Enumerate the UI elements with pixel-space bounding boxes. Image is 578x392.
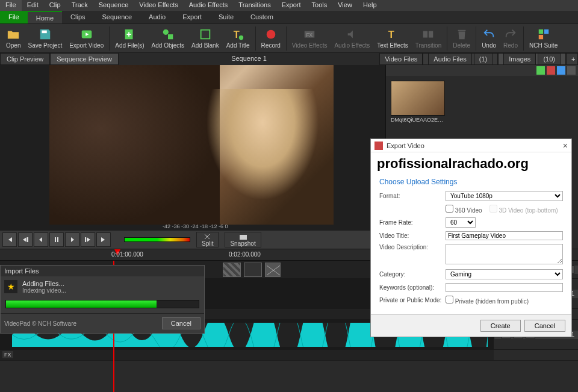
- delete-button[interactable]: Delete: [449, 26, 474, 50]
- ribbon-tabs: File Home Clips Sequence Audio Export Su…: [0, 11, 578, 24]
- images-tab[interactable]: Images (10): [498, 53, 566, 65]
- preview-panel: 0:00:41.732 Split Snapshot -42 -36 -30 -…: [0, 65, 385, 249]
- 360-video-checkbox[interactable]: 360 Video: [446, 205, 482, 214]
- private-checkbox[interactable]: Private (hidden from public): [446, 296, 529, 305]
- grid-view-icon[interactable]: [567, 66, 576, 75]
- svg-point-8: [266, 30, 275, 39]
- menu-clip[interactable]: Clip: [44, 0, 66, 11]
- media-thumb[interactable]: DMqt6QiUEAAO2ET.jpg: [391, 81, 445, 123]
- menu-video-effects[interactable]: Video Effects: [134, 0, 183, 11]
- menu-sequence[interactable]: Sequence: [93, 0, 134, 11]
- ribbon-tab-suite[interactable]: Suite: [210, 11, 242, 23]
- svg-point-7: [239, 36, 243, 40]
- clip-blank[interactable]: [244, 263, 262, 277]
- ribbon-tab-custom[interactable]: Custom: [242, 11, 282, 23]
- goto-start-button[interactable]: [2, 232, 17, 247]
- trash-icon: [455, 28, 468, 41]
- list-view-icon[interactable]: [557, 66, 565, 75]
- next-frame-button[interactable]: [81, 232, 95, 247]
- menu-export[interactable]: Export: [276, 0, 306, 11]
- svg-rect-14: [538, 35, 542, 39]
- menu-help[interactable]: Help: [358, 0, 382, 11]
- add-media-icon[interactable]: [536, 66, 545, 75]
- import-cancel-button[interactable]: Cancel: [162, 317, 200, 329]
- keywords-input[interactable]: [446, 283, 563, 292]
- clip-transition[interactable]: [223, 263, 241, 277]
- menu-view[interactable]: View: [332, 0, 358, 11]
- redo-button[interactable]: Redo: [500, 26, 521, 50]
- ribbon: Open Save Project Export Video Add File(…: [0, 24, 578, 53]
- video-effects-button[interactable]: FXVideo Effects: [288, 26, 331, 50]
- add-files-button[interactable]: Add File(s): [111, 26, 148, 50]
- fps-select[interactable]: 60: [446, 217, 476, 228]
- clip-crossfade[interactable]: [265, 263, 281, 277]
- ribbon-tab-export[interactable]: Export: [174, 11, 210, 23]
- sequence-title: Sequence 1: [119, 53, 379, 65]
- media-view-icons: [386, 65, 578, 76]
- thumb-image: [391, 81, 445, 116]
- menu-tools[interactable]: Tools: [306, 0, 333, 11]
- menu-transitions[interactable]: Transitions: [233, 0, 276, 11]
- sequence-preview-tab[interactable]: Sequence Preview: [50, 53, 119, 65]
- undo-button[interactable]: Undo: [478, 26, 500, 50]
- svg-rect-0: [42, 31, 46, 34]
- audio-effects-button[interactable]: Audio Effects: [331, 26, 373, 50]
- adding-files-text: Adding Files...: [22, 280, 66, 287]
- add-media-tab[interactable]: +: [566, 53, 578, 65]
- keywords-label: Keywords (optional):: [379, 284, 446, 291]
- ribbon-tab-sequence[interactable]: Sequence: [94, 11, 141, 23]
- description-label: Video Description:: [379, 244, 446, 250]
- format-select[interactable]: YouTube 1080p: [446, 191, 563, 201]
- blank-icon: [199, 28, 212, 41]
- goto-end-button[interactable]: [96, 232, 111, 247]
- svg-rect-4: [168, 34, 173, 39]
- export-cancel-button[interactable]: Cancel: [524, 320, 565, 332]
- progress-bar: [5, 300, 199, 308]
- description-input[interactable]: [446, 244, 563, 264]
- title-icon: T: [231, 28, 244, 41]
- open-button[interactable]: Open: [2, 26, 24, 50]
- pause-button[interactable]: [49, 232, 64, 247]
- create-button[interactable]: Create: [480, 320, 521, 332]
- close-icon[interactable]: ×: [563, 141, 568, 151]
- category-select[interactable]: Gaming: [446, 269, 563, 279]
- preview-image: [49, 65, 334, 225]
- prev-frame-button[interactable]: [18, 232, 33, 247]
- 3d-video-checkbox[interactable]: 3D Video (top-bottom): [489, 205, 558, 214]
- record-button[interactable]: Record: [258, 26, 284, 50]
- nch-suite-button[interactable]: NCH Suite: [526, 26, 561, 50]
- audio-files-tab[interactable]: Audio Files (1): [423, 53, 498, 65]
- menu-file[interactable]: File: [0, 0, 22, 11]
- export-video-button[interactable]: Export Video: [66, 26, 107, 50]
- add-objects-button[interactable]: Add Objects: [148, 26, 188, 50]
- step-fwd-button[interactable]: [65, 232, 79, 247]
- save-project-button[interactable]: Save Project: [24, 26, 66, 50]
- add-title-button[interactable]: TAdd Title: [223, 26, 253, 50]
- transition-button[interactable]: Transition: [412, 26, 446, 50]
- add-file-icon: [123, 28, 136, 41]
- menu-track[interactable]: Track: [66, 0, 93, 11]
- progress-fill: [6, 300, 157, 308]
- text-effects-button[interactable]: TText Effects: [373, 26, 412, 50]
- add-blank-button[interactable]: Add Blank: [188, 26, 223, 50]
- clip-preview-tab[interactable]: Clip Preview: [0, 53, 50, 65]
- ribbon-tab-audio[interactable]: Audio: [140, 11, 174, 23]
- svg-rect-13: [544, 30, 548, 34]
- menu-audio-effects[interactable]: Audio Effects: [184, 0, 234, 11]
- step-back-button[interactable]: [34, 232, 48, 247]
- snapshot-button[interactable]: Snapshot: [225, 232, 261, 247]
- ribbon-tab-file[interactable]: File: [0, 11, 28, 23]
- fx2-gutter[interactable]: FX: [0, 350, 494, 360]
- ribbon-tab-home[interactable]: Home: [28, 11, 62, 23]
- ribbon-tab-clips[interactable]: Clips: [62, 11, 93, 23]
- svg-rect-5: [201, 30, 210, 39]
- split-button[interactable]: Split: [196, 232, 219, 247]
- video-files-tab[interactable]: Video Files: [379, 53, 423, 65]
- copyright-text: VideoPad © NCH Software: [4, 320, 76, 327]
- video-title-input[interactable]: [446, 231, 563, 240]
- menu-edit[interactable]: Edit: [22, 0, 44, 11]
- export-titlebar[interactable]: Export Video ×: [371, 139, 571, 152]
- remove-media-icon[interactable]: [547, 66, 555, 75]
- fx-label: FX: [2, 351, 13, 358]
- watermark-text: profissionalrachado.org: [371, 152, 571, 175]
